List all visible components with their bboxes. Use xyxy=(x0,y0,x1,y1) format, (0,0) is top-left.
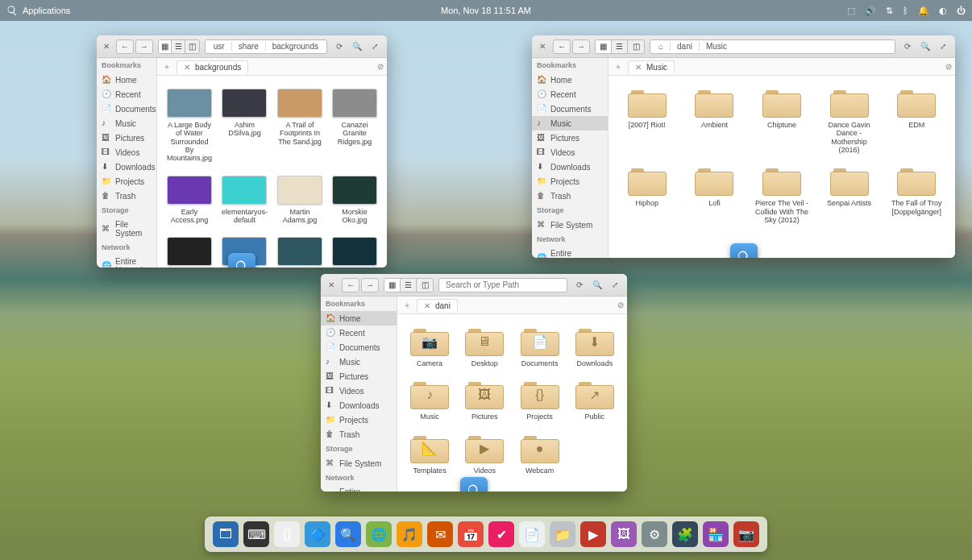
maximize-icon[interactable]: ⤢ xyxy=(936,39,950,54)
crumb-dani[interactable]: dani xyxy=(671,42,700,51)
folder-item[interactable]: 🖼Pictures xyxy=(459,377,510,424)
sidebar-item-downloads[interactable]: ⬇Downloads xyxy=(321,398,397,413)
sidebar-item-pictures[interactable]: 🖼Pictures xyxy=(532,131,608,145)
close-icon[interactable]: ✕ xyxy=(326,280,337,291)
list-view-icon[interactable]: ☰ xyxy=(401,279,417,292)
sidebar-item-recent[interactable]: 🕘Recent xyxy=(97,87,156,102)
dock-app-5[interactable]: 🌐 xyxy=(366,521,392,547)
column-view-icon[interactable]: ◫ xyxy=(417,279,433,292)
tab-dani[interactable]: ✕ dani xyxy=(417,299,458,312)
back-button[interactable]: ← xyxy=(116,39,134,54)
dock-app-15[interactable]: 🧩 xyxy=(672,521,698,547)
sidebar-item-filesystem[interactable]: ⌘File System xyxy=(532,218,608,232)
breadcrumb[interactable]: usr share backgrounds xyxy=(205,39,327,54)
power-icon[interactable]: ⏻ xyxy=(957,6,966,15)
sidebar-item-network[interactable]: 🌐Entire Network xyxy=(321,485,397,492)
folder-item[interactable]: ●Webcam xyxy=(514,431,566,478)
titlebar[interactable]: ✕ ← → ▦ ☰ ◫ ⌂ dani Music ⟳ 🔍 ⤢ xyxy=(532,35,955,58)
applications-menu[interactable]: Applications xyxy=(6,5,70,16)
folder-item[interactable]: Senpai Artists xyxy=(817,164,882,227)
dock-app-3[interactable]: 🔷 xyxy=(305,521,330,547)
back-button[interactable]: ← xyxy=(553,39,571,54)
file-item[interactable]: Early Access.png xyxy=(164,172,215,228)
view-toggle[interactable]: ▦ ☰ ◫ xyxy=(595,39,645,54)
sidebar-item-recent[interactable]: 🕘Recent xyxy=(321,326,397,340)
night-light-icon[interactable]: ◐ xyxy=(939,6,947,16)
search-path-input[interactable] xyxy=(438,278,567,292)
folder-item[interactable]: 📐Templates xyxy=(404,431,455,478)
close-tab-icon[interactable]: ✕ xyxy=(635,63,642,72)
search-icon[interactable]: 🔍 xyxy=(590,278,604,292)
folder-item[interactable]: Hiphop xyxy=(615,164,679,227)
crumb-usr[interactable]: usr xyxy=(207,42,232,51)
sidebar-item-network[interactable]: 🌐Entire Network xyxy=(532,247,608,258)
tab-options-icon[interactable]: ⊘ xyxy=(945,62,952,71)
dock-app-4[interactable]: 🔍 xyxy=(335,521,361,547)
crumb-music[interactable]: Music xyxy=(700,42,733,51)
reload-icon[interactable]: ⟳ xyxy=(900,39,915,54)
back-button[interactable]: ← xyxy=(342,278,359,292)
file-item[interactable]: odin.jpg xyxy=(274,234,326,268)
forward-button[interactable]: → xyxy=(361,278,379,292)
dock-app-8[interactable]: 📅 xyxy=(458,521,484,547)
close-tab-icon[interactable]: ✕ xyxy=(424,301,430,310)
search-overlay-icon[interactable] xyxy=(730,243,758,258)
new-tab-button[interactable]: ＋ xyxy=(612,60,625,73)
close-tab-icon[interactable]: ✕ xyxy=(184,63,190,72)
file-item[interactable]: A Trail of Footprints In The Sand.jpg xyxy=(274,85,326,166)
sidebar-item-trash[interactable]: 🗑Trash xyxy=(532,189,608,203)
folder-item[interactable]: Lofi xyxy=(683,164,747,227)
sidebar-item-videos[interactable]: 🎞Videos xyxy=(532,145,608,160)
column-view-icon[interactable]: ◫ xyxy=(185,40,199,53)
close-icon[interactable]: ✕ xyxy=(537,41,548,52)
search-icon[interactable]: 🔍 xyxy=(918,39,933,54)
crumb-home-icon[interactable]: ⌂ xyxy=(652,42,671,51)
file-item[interactable]: Martin Adams.jpg xyxy=(274,172,326,228)
dock-app-10[interactable]: 📄 xyxy=(519,521,545,547)
folder-item[interactable]: ▶Videos xyxy=(459,431,510,478)
sidebar-item-pictures[interactable]: 🖼Pictures xyxy=(321,369,397,384)
list-view-icon[interactable]: ☰ xyxy=(172,40,185,53)
sidebar-item-downloads[interactable]: ⬇Downloads xyxy=(97,160,156,174)
reload-icon[interactable]: ⟳ xyxy=(332,39,347,54)
sidebar-item-music[interactable]: ♪Music xyxy=(97,116,156,131)
dock-app-0[interactable]: 🗔 xyxy=(213,521,239,547)
sidebar-item-projects[interactable]: 📁Projects xyxy=(321,413,397,427)
dock-app-2[interactable]: {} xyxy=(274,521,300,547)
sidebar-item-recent[interactable]: 🕘Recent xyxy=(532,87,608,102)
dock-app-17[interactable]: 📷 xyxy=(733,521,759,547)
breadcrumb[interactable]: ⌂ dani Music xyxy=(650,39,895,54)
folder-item[interactable]: Chiptune xyxy=(750,85,814,157)
new-tab-button[interactable]: ＋ xyxy=(401,299,413,312)
volume-icon[interactable]: 🔊 xyxy=(865,6,876,16)
dock-app-1[interactable]: ⌨ xyxy=(243,521,269,547)
list-view-icon[interactable]: ☰ xyxy=(612,40,628,53)
sidebar-item-music[interactable]: ♪Music xyxy=(321,355,397,369)
tab-music[interactable]: ✕ Music xyxy=(628,60,675,73)
titlebar[interactable]: ✕ ← → ▦ ☰ ◫ ⟳ 🔍 ⤢ xyxy=(321,274,627,297)
network-icon[interactable]: ⇅ xyxy=(886,6,893,16)
sidebar-item-documents[interactable]: 📄Documents xyxy=(321,340,397,355)
folder-item[interactable]: ⬇Downloads xyxy=(569,324,621,371)
file-item[interactable]: odin-dark.jpg xyxy=(329,234,380,268)
tab-options-icon[interactable]: ⊘ xyxy=(377,62,384,71)
crumb-share[interactable]: share xyxy=(232,42,266,51)
file-item[interactable]: elementaryos-default xyxy=(218,172,271,228)
sidebar-item-music[interactable]: ♪Music xyxy=(532,116,608,131)
maximize-icon[interactable]: ⤢ xyxy=(608,278,622,292)
sidebar-item-downloads[interactable]: ⬇Downloads xyxy=(532,160,608,174)
sidebar-item-filesystem[interactable]: ⌘File System xyxy=(97,218,156,240)
tab-options-icon[interactable]: ⊘ xyxy=(617,301,624,309)
folder-item[interactable]: ↗Public xyxy=(569,377,621,424)
sidebar-item-documents[interactable]: 📄Documents xyxy=(97,102,156,116)
forward-button[interactable]: → xyxy=(135,39,153,54)
search-overlay-icon[interactable] xyxy=(460,477,488,492)
forward-button[interactable]: → xyxy=(572,39,590,54)
display-icon[interactable]: ⬚ xyxy=(847,6,855,16)
sidebar-item-home[interactable]: 🏠Home xyxy=(532,73,608,87)
folder-item[interactable]: The Fall of Troy [Doppelgänger] xyxy=(884,164,949,227)
dock-app-12[interactable]: ▶ xyxy=(580,521,606,547)
sidebar-item-filesystem[interactable]: ⌘File System xyxy=(321,456,397,471)
file-item[interactable]: Morskie Oko.jpg xyxy=(329,172,380,228)
search-icon[interactable]: 🔍 xyxy=(350,39,364,54)
